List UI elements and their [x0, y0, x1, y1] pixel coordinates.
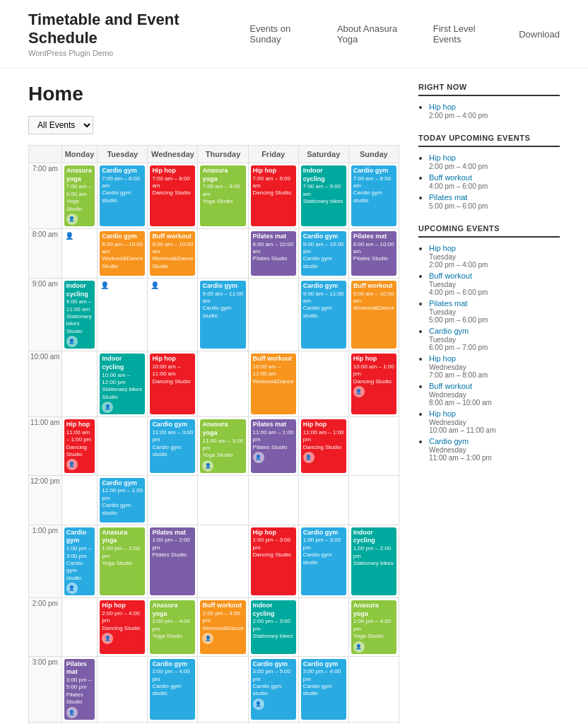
event-block[interactable]: Hip hop 7:00 am – 9:00 am Dancing Studio [251, 165, 296, 226]
event-block[interactable]: Buff workout 10:00 am – 11:00 am Workout… [251, 354, 296, 414]
today-upcoming-section: TODAY UPCOMING EVENTS Hip hop 2:00 pm – … [418, 134, 560, 210]
event-block[interactable]: Buff workout 8:00 am – 10:00 am Workout&… [150, 231, 195, 276]
table-row: 1:00 pm Cardio gym 1:00 pm – 3:00 pm Car… [29, 525, 399, 597]
event-block[interactable]: Hip hop 1:00 pm – 3:00 pm Dancing Studio [251, 527, 296, 595]
cell-sun-1: Indoor cycling 1:00 pm – 2:00 pm Station… [348, 525, 399, 597]
list-item: Cardio gym Wednesday 11:00 am – 1:00 pm [429, 436, 560, 462]
event-link[interactable]: Cardio gym [429, 437, 469, 445]
nav-first-level[interactable]: First Level Events [433, 23, 505, 45]
event-link[interactable]: Hip hop [429, 153, 456, 162]
cell-mon-1: Cardio gym 1:00 pm – 3:00 pm Cardio gym … [61, 525, 98, 597]
event-block[interactable]: Anasura yoga 7:00 am – 9:00 am Yoga Stud… [200, 165, 245, 226]
event-link[interactable]: Buff workout [429, 272, 472, 280]
main-nav: Events on Sunday About Anasura Yoga Firs… [249, 23, 560, 45]
event-block[interactable]: Buff workout 9:00 am – 10:00 am Workout&… [351, 281, 396, 349]
table-row: 9:00 am Indoor cycling 9:00 am – 11:00 a… [29, 278, 399, 351]
nav-about[interactable]: About Anasura Yoga [337, 23, 419, 45]
cell-sun-3 [348, 656, 399, 722]
site-branding: Timetable and Event Schedule WordPress P… [28, 11, 249, 57]
event-block[interactable]: Cardio gym 3:00 pm – 5:00 pm Cardio gym … [251, 659, 296, 720]
event-block[interactable]: Pilates mat 3:00 pm – 5:00 pm Pilates St… [64, 659, 95, 720]
event-block[interactable]: Pilates mat 8:00 am – 10:00 am Pilates S… [251, 231, 296, 276]
cell-tue-11 [98, 417, 148, 476]
event-link[interactable]: Hip hop [429, 354, 456, 363]
event-block[interactable]: Cardio gym 3:00 pm – 4:00 pm Cardio gym … [301, 659, 346, 720]
event-block[interactable]: Pilates mat 1:00 pm – 2:00 pm Pilates St… [150, 527, 195, 595]
event-block[interactable]: Indoor cycling 9:00 am – 11:00 am Statio… [64, 281, 95, 349]
event-day: Tuesday [429, 253, 560, 261]
event-link[interactable]: Pilates mat [429, 299, 467, 308]
event-link[interactable]: Buff workout [429, 382, 472, 390]
cell-wed-3: Cardio gym 2:00 pm – 4:00 pm Cardio gym … [148, 656, 198, 722]
event-block[interactable]: Indoor cycling 7:00 am – 9:00 am Station… [301, 165, 346, 226]
event-block[interactable]: Hip hop 10:00 am – 11:00 am Dancing Stud… [150, 354, 195, 414]
nav-download[interactable]: Download [519, 29, 560, 40]
event-block[interactable]: Cardio gym 7:00 am – 8:00 am Cardio gym … [100, 165, 145, 226]
cell-sat-11: Hip hop 11:00 am – 1:00 pm Dancing Studi… [298, 417, 348, 476]
event-block[interactable]: Anasura yoga 2:00 pm – 4:00 pm Yoga Stud… [351, 600, 396, 654]
event-block[interactable]: Hip hop 11:00 am – 1:00 pm Dancing Studi… [301, 419, 346, 473]
event-block[interactable]: Pilates mat 8:00 am – 10:00 am Pilates S… [351, 231, 396, 276]
event-block[interactable]: Hip hop 2:00 pm – 4:00 pm Dancing Studio… [100, 600, 145, 654]
event-block[interactable]: Anasura yoga 1:00 pm – 2:00 pm Yoga Stud… [100, 527, 145, 595]
time-label: 11:00 am [29, 417, 62, 476]
event-block[interactable]: Cardio gym 2:00 pm – 4:00 pm Cardio gym … [150, 659, 195, 720]
event-filter-select[interactable]: All Events [28, 116, 93, 134]
event-time: 2:00 pm – 4:00 pm [429, 261, 560, 269]
cell-mon-8: 👤 [61, 228, 98, 278]
event-block[interactable]: Cardio gym 12:00 pm – 1:00 pm Cardio gym… [100, 478, 145, 522]
event-block[interactable]: Hip hop 11:00 am – 1:00 pm Dancing Studi… [64, 419, 95, 473]
event-block[interactable]: Cardio gym 8:00 am – 10:00 am Cardio gym… [301, 231, 346, 276]
event-block[interactable]: Cardio gym 7:00 am – 8:00 am Cardio gym … [351, 165, 396, 226]
cell-tue-2: Hip hop 2:00 pm – 4:00 pm Dancing Studio… [98, 598, 148, 657]
cell-tue-3 [98, 656, 148, 722]
event-day: Tuesday [429, 336, 560, 344]
right-now-link[interactable]: Hip hop [429, 103, 456, 111]
time-label: 9:00 am [29, 278, 62, 351]
event-link[interactable]: Pilates mat [429, 193, 467, 202]
event-block[interactable]: Cardio gym 1:00 pm – 3:00 pm Cardio gym … [64, 527, 95, 595]
cell-sun-12 [348, 475, 399, 525]
event-block[interactable]: Cardio gym 8:00 am – 10:00 am Workout&Da… [100, 231, 145, 276]
cell-tue-8: Cardio gym 8:00 am – 10:00 am Workout&Da… [98, 228, 148, 278]
event-block[interactable]: Pilates mat 11:00 am – 1:00 pm Pilates S… [251, 419, 296, 473]
cell-fri-12 [248, 475, 298, 525]
table-row: 2:00 pm Hip hop 2:00 pm – 4:00 pm Dancin… [29, 598, 399, 657]
event-block[interactable]: Cardio gym 1:00 pm – 3:00 pm Cardio gym … [301, 527, 346, 595]
event-link[interactable]: Hip hop [429, 244, 456, 252]
event-block[interactable]: Cardio gym 9:00 am – 11:00 am Cardio gym… [200, 281, 245, 349]
event-block[interactable]: Anasura yoga 11:00 am – 3:00 pm Yoga Stu… [200, 419, 245, 473]
list-item: Hip hop Tuesday 2:00 pm – 4:00 pm [429, 243, 560, 269]
event-block[interactable]: Hip hop 7:00 am – 8:00 am Dancing Studio [150, 165, 195, 226]
col-thursday: Thursday [198, 146, 248, 163]
cell-fri-9 [248, 278, 298, 351]
event-block[interactable]: Indoor cycling 10:00 am – 12:00 pm Stati… [100, 354, 145, 414]
cell-mon-7: Anasura yoga 7:00 am – 9:00 am Yoga Stud… [61, 163, 98, 229]
list-item: Pilates mat 5:00 pm – 6:00 pm [429, 192, 560, 210]
event-block[interactable]: Cardio gym 9:00 am – 11:00 am Cardio gym… [301, 281, 346, 349]
event-block[interactable]: Hip hop 10:00 am – 1:00 pm Dancing Studi… [351, 354, 396, 414]
time-label: 10:00 am [29, 351, 62, 417]
event-block[interactable]: Buff workout 2:00 pm – 4:00 pm Workout&D… [200, 600, 245, 654]
cell-fri-1: Hip hop 1:00 pm – 3:00 pm Dancing Studio [248, 525, 298, 597]
cell-thu-1 [198, 525, 248, 597]
event-block[interactable]: Indoor cycling 1:00 pm – 2:00 pm Station… [351, 527, 396, 595]
nav-events-sunday[interactable]: Events on Sunday [249, 23, 323, 45]
site-subtitle: WordPress Plugin Demo [28, 49, 249, 57]
event-block[interactable]: Anasura yoga 2:00 pm – 4:00 pm Yoga Stud… [150, 600, 195, 654]
table-row: 7:00 am Anasura yoga 7:00 am – 9:00 am Y… [29, 163, 399, 229]
event-time: 10:00 am – 11:00 am [429, 426, 560, 434]
event-link[interactable]: Hip hop [429, 409, 456, 418]
event-link[interactable]: Buff workout [429, 173, 472, 182]
list-item: Hip hop Wednesday 10:00 am – 11:00 am [429, 409, 560, 434]
cell-fri-7: Hip hop 7:00 am – 9:00 am Dancing Studio [248, 163, 298, 229]
cell-tue-9: 👤 [98, 278, 148, 351]
event-block[interactable]: Cardio gym 11:00 am – 3:00 pm Cardio gym… [150, 419, 195, 473]
event-day: Wednesday [429, 446, 560, 454]
cell-sun-2: Anasura yoga 2:00 pm – 4:00 pm Yoga Stud… [348, 598, 399, 657]
filter-row: All Events [28, 116, 397, 134]
event-link[interactable]: Cardio gym [429, 327, 469, 335]
time-label: 7:00 am [29, 163, 62, 229]
event-block[interactable]: Anasura yoga 7:00 am – 9:00 am Yoga Stud… [64, 165, 95, 226]
event-block[interactable]: Indoor cycling 2:00 pm – 3:00 pm Station… [251, 600, 296, 654]
